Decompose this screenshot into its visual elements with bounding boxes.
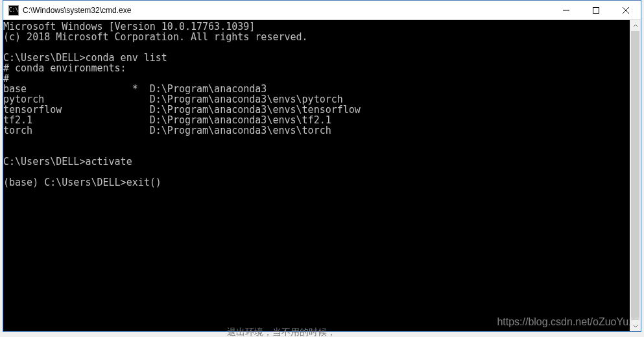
close-icon: [623, 7, 629, 14]
terminal-line: (c) 2018 Microsoft Corporation. All righ…: [3, 31, 308, 43]
minimize-button[interactable]: [551, 1, 581, 19]
titlebar[interactable]: C:\ C:\Windows\system32\cmd.exe: [3, 1, 641, 20]
scrollbar-thumb[interactable]: [631, 31, 639, 320]
terminal-line: torch D:\Program\anaconda3\envs\torch: [3, 125, 331, 136]
scroll-up-button[interactable]: [630, 20, 641, 31]
terminal-output[interactable]: Microsoft Windows [Version 10.0.17763.10…: [3, 20, 630, 331]
close-button[interactable]: [611, 1, 641, 19]
minimize-icon: [563, 7, 569, 14]
chevron-down-icon: [633, 323, 638, 329]
chevron-up-icon: [633, 23, 638, 29]
terminal-line: # conda environments:: [3, 62, 126, 74]
scrollbar-track[interactable]: [630, 31, 641, 320]
cmd-window: C:\ C:\Windows\system32\cmd.exe Microsof…: [3, 0, 641, 332]
caption-text: 退出环境，当不用的时候，: [227, 327, 336, 337]
cmd-icon: C:\: [8, 5, 19, 16]
maximize-button[interactable]: [581, 1, 611, 19]
window-title: C:\Windows\system32\cmd.exe: [23, 6, 551, 15]
window-controls: [551, 1, 641, 19]
terminal-line: (base) C:\Users\DELL>exit(): [3, 177, 161, 188]
scroll-down-button[interactable]: [630, 320, 641, 331]
terminal-line: C:\Users\DELL>activate: [3, 156, 132, 168]
vertical-scrollbar[interactable]: [630, 20, 641, 331]
svg-rect-1: [593, 7, 599, 13]
terminal-area: Microsoft Windows [Version 10.0.17763.10…: [3, 20, 641, 331]
maximize-icon: [593, 7, 599, 14]
